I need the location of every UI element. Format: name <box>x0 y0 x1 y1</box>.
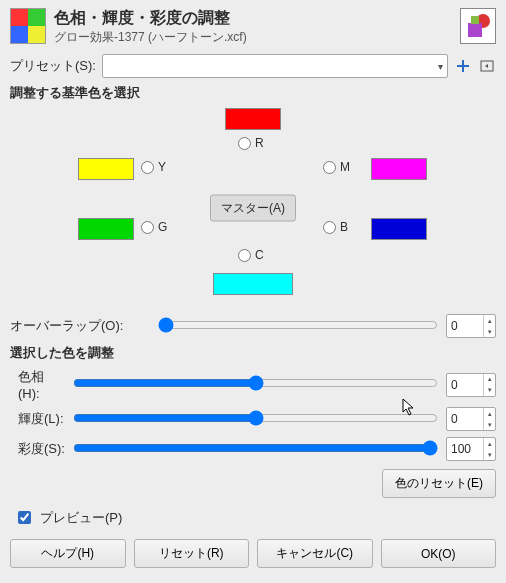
dialog-title: 色相・輝度・彩度の調整 <box>54 8 452 29</box>
swatch-m <box>371 158 427 180</box>
swatch-c <box>213 273 293 295</box>
overlap-slider[interactable] <box>158 317 438 333</box>
svg-rect-2 <box>468 23 482 37</box>
radio-r[interactable]: R <box>238 136 264 150</box>
radio-y[interactable]: Y <box>141 160 166 174</box>
reset-color-button[interactable]: 色のリセット(E) <box>382 469 496 498</box>
light-slider[interactable] <box>73 410 438 426</box>
chevron-down-icon: ▾ <box>438 61 443 72</box>
radio-c[interactable]: C <box>238 248 264 262</box>
sat-spin[interactable]: 100 ▴▾ <box>446 437 496 461</box>
swatch-b <box>371 218 427 240</box>
overlap-value: 0 <box>447 315 483 337</box>
spin-down-icon[interactable]: ▾ <box>484 449 495 460</box>
swatch-y <box>78 158 134 180</box>
spin-up-icon[interactable]: ▴ <box>484 374 495 385</box>
preview-checkbox[interactable] <box>18 511 31 524</box>
spin-down-icon[interactable]: ▾ <box>484 419 495 430</box>
overlap-spin[interactable]: 0 ▴▾ <box>446 314 496 338</box>
sat-value: 100 <box>447 438 483 460</box>
sat-label: 彩度(S): <box>10 440 65 458</box>
preview-thumbnail <box>460 8 496 44</box>
ok-button[interactable]: OK(O) <box>381 539 497 568</box>
master-button[interactable]: マスター(A) <box>210 195 296 222</box>
radio-m[interactable]: M <box>323 160 350 174</box>
adjust-section-label: 選択した色を調整 <box>10 344 496 362</box>
select-section-label: 調整する基準色を選択 <box>10 84 496 102</box>
reset-button[interactable]: リセット(R) <box>134 539 250 568</box>
swatch-g <box>78 218 134 240</box>
manage-preset-icon[interactable] <box>478 57 496 75</box>
cancel-button[interactable]: キャンセル(C) <box>257 539 373 568</box>
overlap-label: オーバーラップ(O): <box>10 317 150 335</box>
light-label: 輝度(L): <box>10 410 65 428</box>
swatch-r <box>225 108 281 130</box>
hue-spin[interactable]: 0 ▴▾ <box>446 373 496 397</box>
help-button[interactable]: ヘルプ(H) <box>10 539 126 568</box>
light-value: 0 <box>447 408 483 430</box>
spin-up-icon[interactable]: ▴ <box>484 438 495 449</box>
radio-g[interactable]: G <box>141 220 167 234</box>
preset-label: プリセット(S): <box>10 57 96 75</box>
dialog-subtitle: グロー効果-1377 (ハーフトーン.xcf) <box>54 29 452 46</box>
light-spin[interactable]: 0 ▴▾ <box>446 407 496 431</box>
color-wheel: R Y M マスター(A) G B C <box>73 108 433 308</box>
tool-icon <box>10 8 46 44</box>
hue-slider[interactable] <box>73 375 438 391</box>
hue-label: 色相(H): <box>10 368 65 401</box>
sat-slider[interactable] <box>73 440 438 456</box>
preset-combo[interactable]: ▾ <box>102 54 448 78</box>
hue-value: 0 <box>447 374 483 396</box>
radio-b[interactable]: B <box>323 220 348 234</box>
spin-down-icon[interactable]: ▾ <box>484 326 495 337</box>
svg-rect-3 <box>471 16 479 24</box>
add-preset-icon[interactable] <box>454 57 472 75</box>
spin-down-icon[interactable]: ▾ <box>484 385 495 396</box>
spin-up-icon[interactable]: ▴ <box>484 408 495 419</box>
spin-up-icon[interactable]: ▴ <box>484 315 495 326</box>
preview-label: プレビュー(P) <box>40 509 122 527</box>
